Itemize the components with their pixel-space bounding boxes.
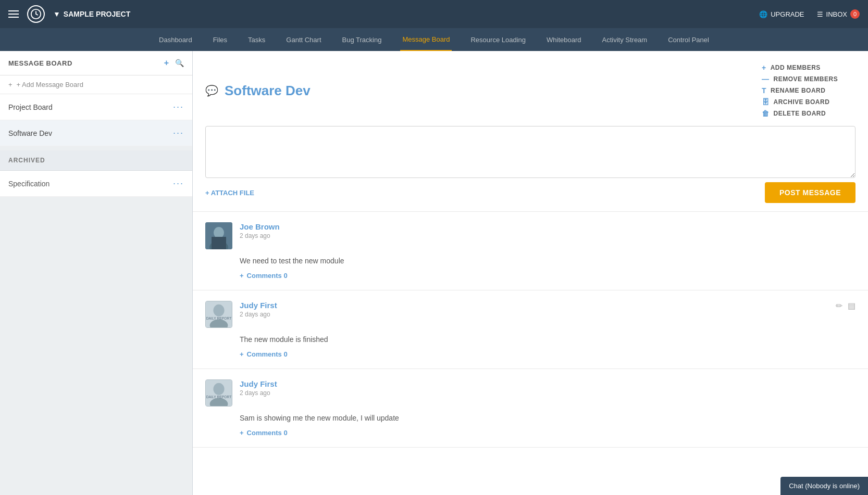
nav-control-panel[interactable]: Control Panel xyxy=(666,28,711,51)
messages-list: Joe Brown 2 days ago We need to test the… xyxy=(193,211,868,448)
nav-resource-loading[interactable]: Resource Loading xyxy=(468,28,528,51)
project-arrow: ▼ xyxy=(53,10,60,18)
upgrade-button[interactable]: 🌐 UPGRADE xyxy=(759,10,804,18)
message-body: We need to test the new module xyxy=(240,256,855,266)
sidebar-header: MESSAGE BOARD + 🔍 xyxy=(0,51,192,75)
plus-icon: + xyxy=(240,272,244,280)
author-row: Joe Brown 2 days ago xyxy=(205,222,855,249)
add-board-row[interactable]: + + Add Message Board xyxy=(0,75,192,94)
inbox-badge: 0 xyxy=(850,9,860,19)
compose-area: + ATTACH FILE POST MESSAGE xyxy=(193,118,868,211)
add-members-label: ADD MEMBERS xyxy=(771,64,821,71)
comments-toggle[interactable]: + Comments 0 xyxy=(240,350,855,358)
avatar: DAILY REPORT xyxy=(205,379,232,407)
message-post: DAILY REPORT Judy First 2 days ago Sam i… xyxy=(193,369,868,448)
svg-point-2 xyxy=(214,227,224,238)
board-label: Software Dev xyxy=(8,129,52,137)
delete-board-label: DELETE BOARD xyxy=(774,110,826,117)
nav-gantt[interactable]: Gantt Chart xyxy=(284,28,323,51)
message-body: The new module is finished xyxy=(240,334,855,345)
svg-text:DAILY REPORT: DAILY REPORT xyxy=(206,316,232,320)
author-info: Judy First 2 days ago xyxy=(240,301,855,318)
comments-toggle[interactable]: + Comments 0 xyxy=(240,429,855,437)
inbox-button[interactable]: ☰ INBOX 0 xyxy=(817,9,860,19)
board-options-dots[interactable]: ··· xyxy=(173,128,184,138)
nav-dashboard[interactable]: Dashboard xyxy=(157,28,194,51)
delete-icon[interactable]: ▤ xyxy=(848,301,855,311)
nav-tasks[interactable]: Tasks xyxy=(246,28,267,51)
rename-board-icon: T xyxy=(762,86,766,95)
post-time: 2 days ago xyxy=(240,389,855,397)
sidebar-item-project-board[interactable]: Project Board ··· xyxy=(0,94,192,120)
board-label: Project Board xyxy=(8,103,53,111)
nav-activity-stream[interactable]: Activity Stream xyxy=(600,28,649,51)
search-icon[interactable]: 🔍 xyxy=(175,59,184,67)
chat-bubble[interactable]: Chat (Nobody is online) xyxy=(780,477,868,495)
avatar: DAILY REPORT xyxy=(205,301,232,328)
delete-board-button[interactable]: 🗑 DELETE BOARD xyxy=(762,109,826,118)
sidebar: MESSAGE BOARD + 🔍 + + Add Message Board … xyxy=(0,51,193,495)
svg-point-10 xyxy=(213,383,224,395)
board-options-dots[interactable]: ··· xyxy=(173,101,184,112)
author-info: Joe Brown 2 days ago xyxy=(240,222,855,239)
author-name[interactable]: Judy First xyxy=(240,301,855,310)
edit-icon[interactable]: ✏ xyxy=(836,301,842,311)
archive-board-icon: 🗄 xyxy=(762,98,770,106)
board-title-row: 💬 Software Dev xyxy=(205,83,311,99)
archive-board-button[interactable]: 🗄 ARCHIVE BOARD xyxy=(762,98,829,106)
archived-board-options-dots[interactable]: ··· xyxy=(173,178,184,189)
top-bar: ▼ SAMPLE PROJECT 🌐 UPGRADE ☰ INBOX 0 xyxy=(0,0,868,28)
hamburger-menu[interactable] xyxy=(8,10,19,18)
plus-icon: + xyxy=(240,429,244,437)
archived-header: ARCHIVED xyxy=(0,150,192,171)
board-title: Software Dev xyxy=(225,83,311,99)
upgrade-icon: 🌐 xyxy=(759,10,767,18)
remove-members-label: REMOVE MEMBERS xyxy=(774,75,838,83)
main-layout: MESSAGE BOARD + 🔍 + + Add Message Board … xyxy=(0,51,868,495)
remove-members-icon: — xyxy=(762,75,770,83)
comments-toggle[interactable]: + Comments 0 xyxy=(240,272,855,280)
inbox-icon: ☰ xyxy=(817,10,823,18)
rename-board-label: RENAME BOARD xyxy=(771,87,825,94)
author-row: DAILY REPORT Judy First 2 days ago xyxy=(205,301,855,328)
comments-label: Comments 0 xyxy=(247,350,288,358)
clock-icon[interactable] xyxy=(27,5,45,23)
add-board-icon[interactable]: + xyxy=(164,58,169,68)
archive-board-label: ARCHIVE BOARD xyxy=(774,98,830,106)
nav-files[interactable]: Files xyxy=(211,28,229,51)
sidebar-section-title: MESSAGE BOARD xyxy=(8,59,72,67)
post-time: 2 days ago xyxy=(240,311,855,318)
attach-file-button[interactable]: + ATTACH FILE xyxy=(205,189,254,197)
comments-label: Comments 0 xyxy=(247,272,288,280)
plus-icon: + xyxy=(240,350,244,358)
post-time: 2 days ago xyxy=(240,232,855,239)
add-members-button[interactable]: + ADD MEMBERS xyxy=(762,64,821,72)
sidebar-boards-section: MESSAGE BOARD + 🔍 + + Add Message Board … xyxy=(0,51,192,146)
nav-bar: Dashboard Files Tasks Gantt Chart Bug Tr… xyxy=(0,28,868,51)
sidebar-item-specification[interactable]: Specification ··· xyxy=(0,171,192,197)
avatar xyxy=(205,222,232,249)
board-actions: + ADD MEMBERS — REMOVE MEMBERS T RENAME … xyxy=(762,64,855,118)
author-name[interactable]: Judy First xyxy=(240,379,855,388)
content-area: 💬 Software Dev + ADD MEMBERS — REMOVE ME… xyxy=(193,51,868,495)
nav-message-board[interactable]: Message Board xyxy=(400,28,452,51)
add-members-icon: + xyxy=(762,64,766,72)
svg-point-6 xyxy=(213,304,224,316)
message-post: DAILY REPORT Judy First 2 days ago ✏ ▤ T… xyxy=(193,290,868,369)
sidebar-item-software-dev[interactable]: Software Dev ··· xyxy=(0,120,192,146)
nav-bug-tracking[interactable]: Bug Tracking xyxy=(340,28,384,51)
remove-members-button[interactable]: — REMOVE MEMBERS xyxy=(762,75,838,83)
author-name[interactable]: Joe Brown xyxy=(240,222,855,231)
rename-board-button[interactable]: T RENAME BOARD xyxy=(762,86,825,95)
add-board-label: + Add Message Board xyxy=(17,81,83,88)
add-board-plus-icon: + xyxy=(8,81,13,88)
archived-board-label: Specification xyxy=(8,180,49,188)
archived-section: ARCHIVED Specification ··· xyxy=(0,150,192,197)
compose-footer: + ATTACH FILE POST MESSAGE xyxy=(205,180,855,203)
message-input[interactable] xyxy=(205,126,855,178)
svg-rect-4 xyxy=(212,237,226,249)
project-selector[interactable]: ▼ SAMPLE PROJECT xyxy=(53,10,130,18)
nav-whiteboard[interactable]: Whiteboard xyxy=(544,28,583,51)
post-message-button[interactable]: POST MESSAGE xyxy=(765,182,855,203)
message-post: Joe Brown 2 days ago We need to test the… xyxy=(193,212,868,290)
